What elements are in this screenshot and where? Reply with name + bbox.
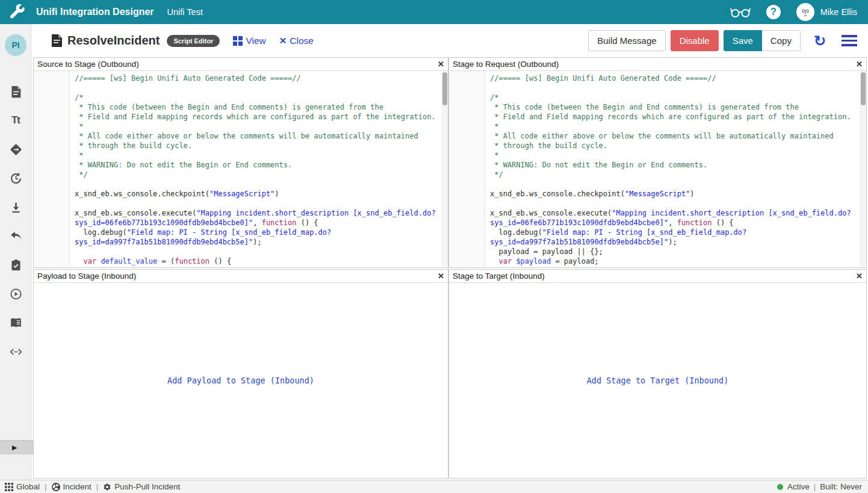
history-icon[interactable] [0,164,31,193]
code-editor[interactable]: 1//===== [ws] Begin Unifi Auto Generated… [449,71,866,267]
text-format-icon[interactable]: Tt [0,106,31,135]
script-editor-badge: Script Editor [167,35,220,47]
user-name: Mike Ellis [820,7,857,17]
statusbar-item-push-pull-incident[interactable]: Push-Pull Incident [103,482,180,491]
close-button[interactable]: ✕ Close [279,36,314,46]
docs-book-icon[interactable] [0,308,31,337]
download-icon[interactable] [0,193,31,222]
save-button[interactable]: Save [724,30,762,51]
panel-close-icon[interactable]: ✕ [438,60,444,68]
panel-stage-to-request: Stage to Request (Outbound) ✕ 1//===== [… [448,57,867,268]
document-icon [51,34,63,47]
wrench-icon[interactable] [10,4,25,20]
separator: | [45,482,47,491]
scrollbar[interactable] [860,71,866,267]
panel-title: Stage to Request (Outbound) [453,60,559,69]
code-icon[interactable] [0,337,31,366]
built-status-label: Built: Never [820,482,862,491]
code-editor[interactable]: 1//===== [ws] Begin Unifi Auto Generated… [34,71,448,267]
help-icon[interactable]: ? [766,5,781,19]
left-sidebar: PI Tt [0,24,31,480]
panel-stage-to-target: Stage to Target (Inbound) ✕ Add Stage to… [448,269,867,479]
statusbar-item-incident[interactable]: Incident [52,482,91,491]
integration-avatar[interactable]: PI [5,34,26,56]
status-bar: Global|Incident|Push-Pull Incident Activ… [0,480,868,493]
refresh-icon[interactable]: ↻ [814,34,826,48]
app-context[interactable]: Unifi Test [167,7,203,17]
grid-view-icon [233,36,243,46]
view-button[interactable]: View [233,36,265,46]
panel-source-to-stage: Source to Stage (Outbound) ✕ 1//===== [w… [33,57,448,268]
app-title: Unifi Integration Designer [36,7,154,17]
statusbar-item-global[interactable]: Global [5,482,40,491]
add-stage-to-target-link[interactable]: Add Stage to Target (Inbound) [587,376,729,385]
top-navbar: Unifi Integration Designer Unifi Test ? … [0,0,868,24]
active-status-label: Active [787,482,810,491]
separator: | [96,482,99,491]
menu-icon[interactable] [842,33,857,49]
undo-icon[interactable] [0,222,31,250]
record-header: ResolveIncident Script Editor View ✕ Clo… [31,24,868,57]
disable-button[interactable]: Disable [671,30,719,51]
play-icon[interactable] [0,279,31,308]
user-menu[interactable]: Mike Ellis [796,3,857,21]
active-status-dot [777,484,783,490]
glasses-icon[interactable] [730,5,751,19]
close-icon: ✕ [279,36,287,46]
copy-button[interactable]: Copy [762,30,801,51]
page-title: ResolveIncident [67,34,160,48]
panel-payload-to-stage: Payload to Stage (Inbound) ✕ Add Payload… [33,269,448,479]
panel-title: Stage to Target (Inbound) [453,271,545,281]
collapse-arrow-icon: ▶ [12,444,17,451]
build-message-button[interactable]: Build Message [588,30,665,51]
user-avatar [796,3,814,21]
panel-title: Source to Stage (Outbound) [37,60,139,69]
add-payload-to-stage-link[interactable]: Add Payload to Stage (Inbound) [167,376,314,385]
toolbar: Build Message Disable Save Copy ↻ [588,30,857,51]
scrollbar[interactable] [441,71,448,267]
document-icon[interactable] [0,77,31,106]
tasks-icon[interactable] [0,250,31,279]
panel-close-icon[interactable]: ✕ [856,272,863,280]
directions-icon[interactable] [0,135,31,164]
panel-close-icon[interactable]: ✕ [438,272,444,280]
panel-title: Payload to Stage (Inbound) [37,271,136,281]
panel-close-icon[interactable]: ✕ [856,60,863,68]
